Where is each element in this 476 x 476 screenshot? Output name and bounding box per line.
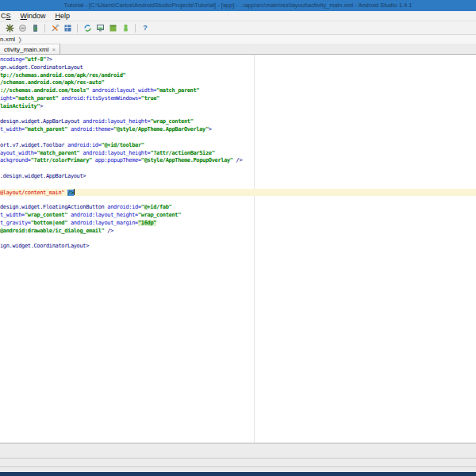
code-editor[interactable]: ncoding="utf-8"?>gn.widget.CoordinatorLa…	[0, 55, 476, 443]
code-line: /schemas.android.com/apk/res-auto"	[0, 79, 476, 87]
status-bar	[0, 458, 476, 466]
window-titlebar: Tutorial - [C:\Users\Carlos\AndroidStudi…	[0, 0, 476, 11]
breadcrumb[interactable]: n.xml	[0, 36, 17, 43]
menu-window[interactable]: Window	[16, 12, 51, 20]
code-line	[0, 111, 476, 119]
text-caret	[74, 189, 75, 195]
editor-tab-bar: ctivity_main.xml ×	[0, 44, 476, 55]
code-line: gn.widget.CoordinatorLayout	[0, 64, 476, 72]
project-structure-icon[interactable]	[63, 23, 73, 33]
code-line: .design.widget.AppBarLayout>	[0, 173, 476, 181]
wrench-icon[interactable]	[50, 23, 60, 33]
toolbar-separator	[77, 24, 78, 33]
avd-manager-icon[interactable]	[121, 23, 131, 33]
code-line: ncoding="utf-8"?>	[0, 56, 476, 64]
gradle-sync-icon[interactable]	[83, 23, 93, 33]
code-line	[0, 235, 476, 243]
code-line: ://schemas.android.com/tools" android:la…	[0, 87, 476, 95]
code-line: design.widget.FloatingActionButton andro…	[0, 204, 476, 212]
code-line: t_width="wrap_content" android:layout_he…	[0, 212, 476, 220]
code-line: t_width="match_parent" android:theme="@s…	[0, 126, 476, 134]
run-on-device-icon[interactable]	[30, 23, 40, 33]
code-line: ackground="?attr/colorPrimary" app:popup…	[0, 157, 476, 165]
toolbar-separator	[135, 24, 136, 33]
code-line: @android:drawable/ic_dialog_email" />	[0, 228, 476, 236]
status-bar-lower	[0, 466, 476, 472]
window-title: Tutorial - [C:\Users\Carlos\AndroidStudi…	[64, 2, 413, 9]
menu-bar: CS Window Help	[0, 11, 476, 21]
code-line	[0, 165, 476, 173]
help-icon[interactable]: ?	[140, 23, 151, 33]
attach-debugger-icon[interactable]	[17, 23, 28, 33]
code-area: ncoding="utf-8"?>gn.widget.CoordinatorLa…	[0, 56, 476, 251]
code-line: design.widget.AppBarLayout android:layou…	[0, 118, 476, 126]
code-line: tp://schemas.android.com/apk/res/android…	[0, 72, 476, 80]
code-line: ayout_width="match_parent" android:layou…	[0, 150, 476, 158]
navigation-bar: n.xml ❯	[0, 35, 476, 44]
windows-taskbar	[0, 472, 476, 476]
code-line: lainActivity">	[0, 103, 476, 111]
chevron-right-icon: ❯	[17, 36, 22, 43]
tool-window-bar	[0, 443, 476, 458]
code-line: t_gravity="bottom|end" android:layout_ma…	[0, 220, 476, 228]
android-monitor-icon[interactable]	[95, 23, 106, 33]
code-line: ign.widget.CoordinatorLayout>	[0, 243, 476, 251]
code-line	[0, 181, 476, 189]
code-line: ight="match_parent" android:fitsSystemWi…	[0, 95, 476, 103]
gear-icon[interactable]	[5, 23, 15, 33]
code-line	[0, 196, 476, 204]
menu-vcs-partial[interactable]: CS	[0, 12, 16, 20]
tab-activity-main-xml[interactable]: ctivity_main.xml ×	[0, 44, 60, 54]
code-line-caret: @layout/content_main" />	[0, 189, 476, 197]
main-toolbar: ?	[0, 21, 476, 35]
close-icon[interactable]: ×	[52, 46, 56, 53]
toolbar-separator	[44, 24, 45, 33]
tab-label: ctivity_main.xml	[4, 46, 48, 53]
code-line: ort.v7.widget.Toolbar android:id="@+id/t…	[0, 142, 476, 150]
sdk-manager-icon[interactable]	[108, 23, 118, 33]
code-line	[0, 134, 476, 142]
menu-help[interactable]: Help	[51, 12, 75, 20]
